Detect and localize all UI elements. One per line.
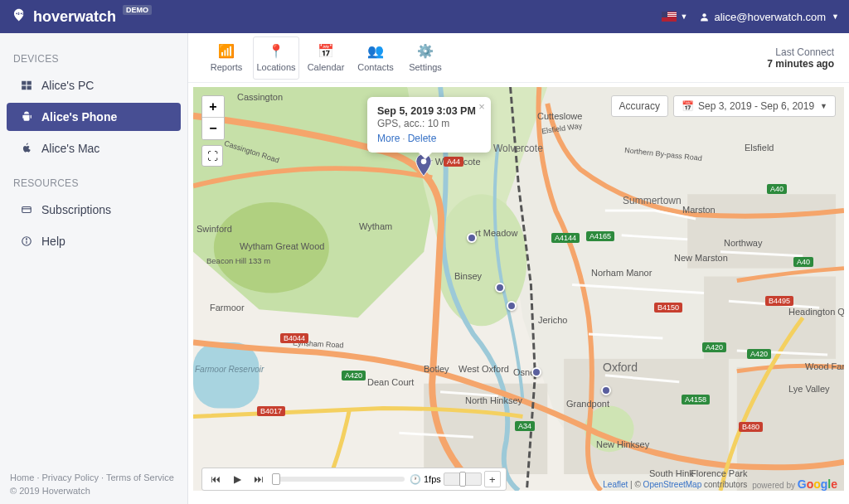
user-menu[interactable]: alice@hoverwatch.com ▼ xyxy=(699,11,839,23)
brand-logo[interactable]: hoverwatch DEMO xyxy=(10,7,152,26)
tab-reports[interactable]: 📶Reports xyxy=(203,36,250,80)
popup-delete-link[interactable]: Delete xyxy=(408,133,437,144)
svg-point-24 xyxy=(421,159,427,165)
card-icon xyxy=(20,203,33,216)
sidebar-item-label: Help xyxy=(41,235,65,248)
location-popup: × Sep 5, 2019 3:03 PM GPS, acc.: 10 m Mo… xyxy=(367,97,491,153)
apple-icon xyxy=(20,142,33,155)
sidebar-item-label: Alice's PC xyxy=(41,79,94,92)
last-connect: Last Connect 7 minutes ago xyxy=(767,46,834,70)
svg-rect-5 xyxy=(22,81,26,85)
demo-badge: DEMO xyxy=(123,5,152,15)
sidebar-item-label: Alice's Phone xyxy=(41,110,117,124)
location-dot[interactable] xyxy=(467,233,477,243)
tab-contacts[interactable]: 👥Contacts xyxy=(352,36,399,80)
svg-point-2 xyxy=(16,12,17,14)
calendar-icon: 📅 xyxy=(682,100,694,112)
svg-rect-17 xyxy=(687,194,836,268)
location-dot[interactable] xyxy=(601,385,611,395)
sidebar-item-phone[interactable]: Alice's Phone xyxy=(7,103,181,131)
chevron-down-icon: ▼ xyxy=(832,12,839,21)
svg-point-13 xyxy=(27,239,27,240)
android-icon xyxy=(20,110,33,124)
last-connect-label: Last Connect xyxy=(767,46,834,58)
brand-name: hoverwatch xyxy=(33,8,116,26)
sidebar-item-pc[interactable]: Alice's PC xyxy=(7,71,181,99)
svg-point-4 xyxy=(703,13,706,17)
map-background xyxy=(193,87,844,491)
playback-bar: ⏮ ▶ ⏭ 🕐 1fps + xyxy=(201,468,507,491)
tab-settings[interactable]: ⚙️Settings xyxy=(402,36,449,80)
sidebar-section-devices: DEVICES xyxy=(0,48,187,70)
playback-handle[interactable] xyxy=(272,473,280,485)
sidebar-item-label: Subscriptions xyxy=(41,203,111,216)
windows-icon xyxy=(20,79,33,92)
popup-more-link[interactable]: More xyxy=(377,133,400,144)
fps-handle[interactable] xyxy=(459,472,466,487)
map-attribution: Leaflet | © OpenStreetMap contributors p… xyxy=(603,477,837,491)
sidebar-item-subscriptions[interactable]: Subscriptions xyxy=(7,196,181,224)
add-button[interactable]: + xyxy=(484,471,501,487)
fps-label: 1fps xyxy=(424,474,441,484)
leaflet-link[interactable]: Leaflet xyxy=(603,480,628,489)
tab-locations[interactable]: 📍Locations xyxy=(253,36,299,80)
location-dot[interactable] xyxy=(531,367,541,377)
info-icon xyxy=(20,235,33,248)
forward-button[interactable]: ⏭ xyxy=(250,471,267,487)
svg-rect-6 xyxy=(27,81,32,85)
svg-rect-8 xyxy=(27,86,32,90)
footer-home-link[interactable]: Home xyxy=(10,472,34,482)
sidebar-item-mac[interactable]: Alice's Mac xyxy=(7,134,181,162)
user-icon xyxy=(699,12,710,22)
zoom-controls: + − xyxy=(201,95,225,140)
close-icon[interactable]: × xyxy=(478,100,485,113)
bar-chart-icon: 📶 xyxy=(218,43,235,59)
location-dot[interactable] xyxy=(507,301,517,311)
user-email: alice@hoverwatch.com xyxy=(714,11,826,23)
tab-calendar[interactable]: 📅Calendar xyxy=(303,36,349,80)
fps-slider[interactable] xyxy=(444,472,482,486)
sidebar-item-label: Alice's Mac xyxy=(41,142,99,155)
date-range-picker[interactable]: 📅 Sep 3, 2019 - Sep 6, 2019 ▼ xyxy=(673,95,836,117)
osm-link[interactable]: OpenStreetMap xyxy=(643,480,702,489)
last-connect-value: 7 minutes ago xyxy=(767,58,834,70)
location-pin-icon: 📍 xyxy=(268,43,284,59)
accuracy-label: Accuracy xyxy=(619,100,660,112)
svg-rect-21 xyxy=(424,384,547,474)
calendar-icon: 📅 xyxy=(318,43,334,59)
tab-label: Calendar xyxy=(308,62,345,72)
map[interactable]: Cassington Cutteslowe Elsfield Wolvercot… xyxy=(193,87,844,497)
tab-label: Locations xyxy=(256,62,295,72)
fullscreen-button[interactable]: ⛶ xyxy=(201,145,223,167)
chevron-down-icon: ▼ xyxy=(681,12,688,21)
location-dot[interactable] xyxy=(495,283,505,293)
rewind-button[interactable]: ⏮ xyxy=(207,471,224,487)
sidebar: DEVICES Alice's PC Alice's Phone Alice's… xyxy=(0,33,188,504)
app-header: hoverwatch DEMO ▼ alice@hoverwatch.com ▼ xyxy=(0,0,849,33)
tab-label: Settings xyxy=(409,62,442,72)
zoom-in-button[interactable]: + xyxy=(202,96,224,118)
svg-rect-18 xyxy=(704,277,836,359)
owl-icon xyxy=(10,7,28,26)
play-button[interactable]: ▶ xyxy=(229,471,245,487)
tab-label: Reports xyxy=(211,62,243,72)
contacts-icon: 👥 xyxy=(367,43,384,59)
svg-rect-20 xyxy=(737,367,844,491)
footer-terms-link[interactable]: Terms of Service xyxy=(106,472,174,482)
sidebar-footer: Home · Privacy Policy · Terms of Service… xyxy=(0,464,187,504)
playback-track[interactable] xyxy=(272,477,405,482)
svg-rect-9 xyxy=(22,207,32,213)
flag-us-icon xyxy=(662,12,677,22)
zoom-out-button[interactable]: − xyxy=(202,118,224,139)
sidebar-item-help[interactable]: Help xyxy=(7,227,181,255)
popup-accuracy: GPS, acc.: 10 m xyxy=(377,118,476,129)
popup-timestamp: Sep 5, 2019 3:03 PM xyxy=(377,105,476,117)
accuracy-button[interactable]: Accuracy xyxy=(611,95,668,117)
language-selector[interactable]: ▼ xyxy=(662,12,688,22)
chevron-down-icon: ▼ xyxy=(820,102,827,110)
tab-label: Contacts xyxy=(357,62,393,72)
copyright: © 2019 Hoverwatch xyxy=(10,486,177,496)
svg-point-3 xyxy=(21,12,22,14)
footer-privacy-link[interactable]: Privacy Policy xyxy=(42,472,99,482)
clock-icon: 🕐 xyxy=(410,474,421,485)
